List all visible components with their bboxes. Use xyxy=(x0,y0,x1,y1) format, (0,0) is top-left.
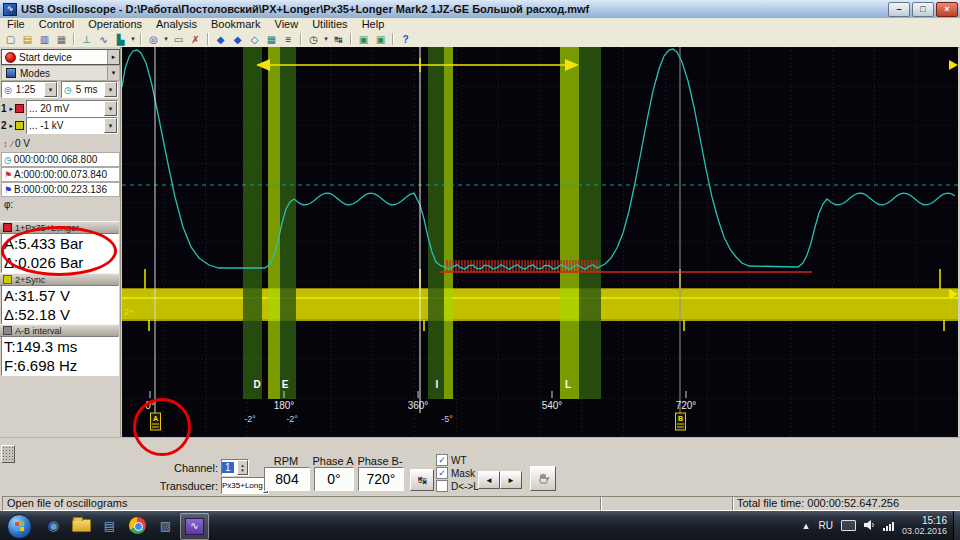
clock-icon[interactable]: ◷ xyxy=(305,32,322,46)
cursor-a-flag[interactable]: A xyxy=(151,413,161,430)
measure-icon[interactable]: ↹ xyxy=(330,32,347,46)
taskbar-app-oscilloscope[interactable]: ∿ xyxy=(180,513,209,540)
trigger-value: 0 V xyxy=(15,138,30,149)
windows-logo-icon xyxy=(15,522,24,531)
grid-icon[interactable]: ▦ xyxy=(263,32,280,46)
menu-control[interactable]: Control xyxy=(32,18,81,31)
taskbar-app-explorer[interactable] xyxy=(68,513,95,538)
open-file-icon[interactable]: ▤ xyxy=(19,32,36,46)
start-device-arrow-icon[interactable]: ▸ xyxy=(107,50,119,64)
degree-720: 720° xyxy=(676,400,697,411)
system-tray: ▲ RU 15:16 03.02.2016 xyxy=(802,511,960,540)
trigger-row[interactable]: ↕ ∕ 0 V xyxy=(1,137,118,150)
help-icon[interactable]: ? xyxy=(397,32,414,46)
modes-arrow-icon[interactable]: ▾ xyxy=(107,66,119,80)
maximize-button[interactable]: □ xyxy=(912,2,934,17)
clock-dropdown-icon[interactable]: ▾ xyxy=(322,35,330,43)
pan-tool-button[interactable] xyxy=(530,466,556,491)
speaker-icon[interactable] xyxy=(864,520,875,532)
menu-analysis[interactable]: Analysis xyxy=(149,18,204,31)
chart-icon[interactable]: ▙ xyxy=(112,32,129,46)
show-desktop-button[interactable] xyxy=(953,511,960,540)
start-button[interactable] xyxy=(7,514,32,539)
tray-expand-icon[interactable]: ▲ xyxy=(802,521,811,531)
close-button[interactable]: × xyxy=(936,2,958,17)
menu-bookmark[interactable]: Bookmark xyxy=(204,18,268,31)
taskbar-app-3[interactable]: ▨ xyxy=(152,513,179,538)
menu-operations[interactable]: Operations xyxy=(81,18,149,31)
network-icon[interactable] xyxy=(883,521,894,531)
mask-label: Mask xyxy=(451,468,475,479)
timebase-dd-icon[interactable]: ▾ xyxy=(104,82,117,97)
screen-icon[interactable]: ▭ xyxy=(170,32,187,46)
scale-row: ◎ 1:25 ▾ ◷ 5 ms ▾ xyxy=(1,82,118,97)
start-device-button[interactable]: Start device ▸ xyxy=(1,49,120,65)
next-button[interactable]: ► xyxy=(500,471,522,489)
channel-spinner[interactable]: ▴ ▾ xyxy=(237,460,248,475)
zoom-select[interactable]: ◎ 1:25 ▾ xyxy=(1,81,58,98)
save-file-icon[interactable]: ▥ xyxy=(36,32,53,46)
signal-icon[interactable]: ∿ xyxy=(95,32,112,46)
dl-checkbox[interactable]: ✓ xyxy=(436,480,448,492)
prev-button[interactable]: ◄ xyxy=(478,471,500,489)
new-file-icon[interactable]: ▢ xyxy=(2,32,19,46)
mask-checkbox-row[interactable]: ✓ Mask xyxy=(436,467,475,479)
channel-select[interactable]: 1 ▴ ▾ xyxy=(221,459,249,476)
marker1-icon[interactable]: ◆ xyxy=(212,32,229,46)
zoom-value: 1:25 xyxy=(14,84,37,95)
timebase-value: 5 ms xyxy=(74,84,100,95)
valve-offsets: -2° -2° -5° xyxy=(244,414,453,424)
erase-icon[interactable]: ✗ xyxy=(187,32,204,46)
oscilloscope-app-icon: ∿ xyxy=(185,518,204,535)
rpm-value: 804 xyxy=(264,467,310,491)
splitter-handle[interactable] xyxy=(1,445,15,463)
run1-icon[interactable]: ▣ xyxy=(355,32,372,46)
modes-button[interactable]: Modes ▾ xyxy=(1,65,120,81)
zoom-icon[interactable]: ◎ xyxy=(145,32,162,46)
bottom-control-bar: Channel: 1 ▴ ▾ Transducer: Px35+Long ▾ R… xyxy=(0,437,960,496)
menu-help[interactable]: Help xyxy=(355,18,392,31)
zoom-dropdown-icon[interactable]: ▾ xyxy=(162,35,170,43)
marker3-icon[interactable]: ◇ xyxy=(246,32,263,46)
chart-dropdown-icon[interactable]: ▾ xyxy=(129,35,137,43)
menu-view[interactable]: View xyxy=(268,18,306,31)
channel1-range-select[interactable]: ... 20 mV ▾ xyxy=(26,100,118,117)
run2-icon[interactable]: ▣ xyxy=(372,32,389,46)
channel2-dd-icon[interactable]: ▾ xyxy=(104,118,117,133)
modes-icon xyxy=(6,68,16,78)
channel1-row: 1 ▸ ... 20 mV ▾ xyxy=(1,101,118,116)
zoom-dd-icon[interactable]: ▾ xyxy=(44,82,57,97)
oscillogram-plot[interactable]: 2+ 0° 180° 360° 540° 720° D E I L -2° -2… xyxy=(122,47,958,437)
keyboard-icon[interactable] xyxy=(841,520,856,531)
timebase-select[interactable]: ◷ 5 ms ▾ xyxy=(61,81,118,98)
window-buttons: – □ × xyxy=(888,2,958,17)
span-arrow xyxy=(256,58,579,72)
channel1-number: 1 xyxy=(1,103,7,114)
taskbar-app-2[interactable]: ▤ xyxy=(96,513,123,538)
ruler-icon[interactable]: ⊥ xyxy=(78,32,95,46)
mask-checkbox[interactable]: ✓ xyxy=(436,467,448,479)
list-icon[interactable]: ≡ xyxy=(280,32,297,46)
wt-checkbox[interactable]: ✓ xyxy=(436,454,448,466)
print-icon[interactable]: ▦ xyxy=(53,32,70,46)
valve-l: L xyxy=(565,379,571,390)
menu-file[interactable]: File xyxy=(0,18,32,31)
channel2-delta: Δ:52.18 V xyxy=(2,305,118,324)
channel1-dd-icon[interactable]: ▾ xyxy=(104,101,117,116)
cursor-b-flag[interactable]: B xyxy=(676,413,686,430)
channel1-section-icon xyxy=(3,223,12,232)
minimize-button[interactable]: – xyxy=(888,2,910,17)
wt-checkbox-row[interactable]: ✓ WT xyxy=(436,454,467,466)
measure-tool-button[interactable]: ↹ xyxy=(410,469,434,491)
taskbar-app-1[interactable]: ◉ xyxy=(40,513,67,538)
dl-checkbox-row[interactable]: ✓ D<->L xyxy=(436,480,479,492)
spin-down-icon[interactable]: ▾ xyxy=(241,468,244,473)
transducer-select[interactable]: Px35+Long ▾ xyxy=(221,477,269,494)
menu-utilities[interactable]: Utilities xyxy=(305,18,354,31)
taskbar-clock[interactable]: 15:16 03.02.2016 xyxy=(902,515,947,537)
taskbar-app-chrome[interactable] xyxy=(124,513,151,538)
degree-labels: 0° 180° 360° 540° 720° xyxy=(145,400,696,411)
marker2-icon[interactable]: ◆ xyxy=(229,32,246,46)
language-indicator[interactable]: RU xyxy=(819,520,833,531)
channel2-range-select[interactable]: ... -1 kV ▾ xyxy=(26,117,118,134)
